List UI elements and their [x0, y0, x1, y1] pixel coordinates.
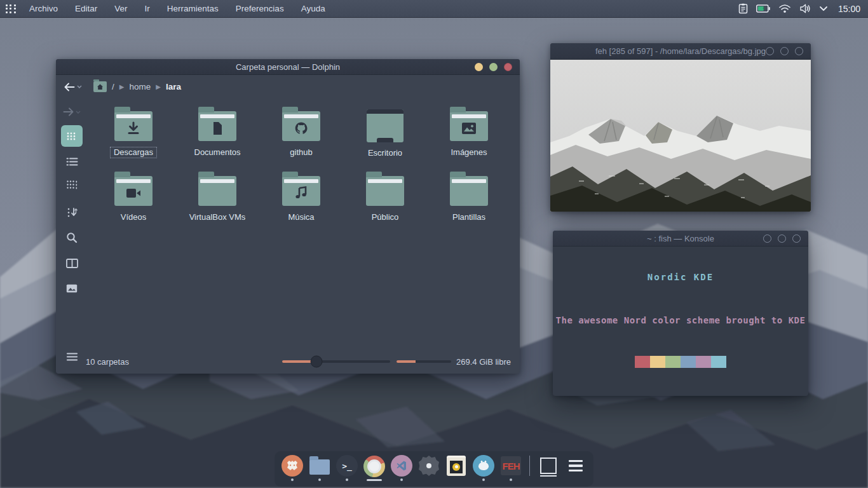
- back-button[interactable]: [64, 83, 82, 92]
- desktop-icon: [367, 109, 403, 142]
- dolphin-titlebar[interactable]: Carpeta personal — Dolphin: [56, 59, 520, 75]
- maximize-button[interactable]: [489, 63, 498, 71]
- breadcrumb-home[interactable]: home: [129, 82, 151, 92]
- running-indicator: [291, 478, 294, 481]
- gear-icon: [419, 456, 439, 476]
- dock-firefox[interactable]: [281, 455, 304, 481]
- folder-item-github[interactable]: github: [259, 104, 343, 158]
- dock-music-player[interactable]: [445, 455, 468, 481]
- search-icon[interactable]: [61, 228, 83, 247]
- chevron-right-icon: ▶: [119, 83, 125, 90]
- folder-item-publico[interactable]: Público: [343, 168, 427, 222]
- close-button[interactable]: [504, 63, 512, 71]
- nord-color-palette: [635, 356, 726, 368]
- global-menubar: Archivo Editar Ver Ir Herramientas Prefe…: [29, 4, 325, 13]
- volume-icon[interactable]: [799, 4, 811, 13]
- dolphin-file-view: Descargas Documentos github Escr: [88, 98, 520, 349]
- folder-item-musica[interactable]: Música: [259, 168, 343, 222]
- terminal-output[interactable]: Nordic KDE The awesome Nord color scheme…: [553, 247, 808, 396]
- folder-label: Descargas: [110, 147, 157, 158]
- breadcrumb-root[interactable]: /: [112, 82, 114, 92]
- folder-label: Música: [288, 212, 314, 222]
- clipboard-icon[interactable]: [738, 3, 748, 14]
- top-panel: Archivo Editar Ver Ir Herramientas Prefe…: [0, 0, 868, 18]
- minimize-button[interactable]: [475, 63, 483, 71]
- dock-settings[interactable]: [417, 455, 440, 481]
- sort-button[interactable]: [61, 203, 83, 222]
- folder-item-videos[interactable]: Vídeos: [92, 168, 175, 222]
- details-view-button[interactable]: [61, 152, 83, 171]
- konsole-titlebar[interactable]: ~ : fish — Konsole: [553, 231, 808, 247]
- grid-icon: [6, 4, 17, 13]
- compact-view-button[interactable]: [61, 175, 83, 194]
- feh-icon: FEH: [501, 456, 521, 475]
- dock-vscode[interactable]: [390, 455, 413, 481]
- dolphin-window-title: Carpeta personal — Dolphin: [56, 62, 520, 72]
- close-button[interactable]: [792, 234, 801, 243]
- video-icon: [126, 187, 141, 199]
- clock[interactable]: 15:00: [838, 4, 860, 14]
- dock-file-manager[interactable]: [308, 455, 331, 481]
- minimize-button[interactable]: [766, 47, 774, 55]
- running-indicator: [318, 478, 321, 481]
- menu-herramientas[interactable]: Herramientas: [167, 4, 219, 13]
- folder-item-descargas[interactable]: Descargas: [92, 104, 175, 158]
- back-dropdown-icon[interactable]: [77, 85, 82, 88]
- hamburger-menu-icon: [569, 460, 583, 472]
- zoom-slider[interactable]: [282, 360, 390, 363]
- maximize-button[interactable]: [778, 234, 786, 243]
- preview-button[interactable]: [61, 279, 83, 298]
- menu-ir[interactable]: Ir: [145, 4, 150, 13]
- chevron-right-icon: ▶: [156, 83, 161, 90]
- folder-item-imagenes[interactable]: Imágenes: [427, 104, 511, 158]
- dock-feh[interactable]: FEH: [499, 455, 522, 481]
- breadcrumb-user[interactable]: lara: [166, 82, 181, 92]
- wifi-icon[interactable]: [778, 4, 791, 13]
- menu-ver[interactable]: Ver: [114, 4, 127, 13]
- dock-terminal[interactable]: >_: [336, 455, 358, 481]
- menu-preferencias[interactable]: Preferencias: [236, 4, 284, 13]
- folder-item-escritorio[interactable]: Escritorio: [343, 104, 427, 158]
- forward-button[interactable]: [61, 102, 83, 121]
- folder-item-documentos[interactable]: Documentos: [175, 104, 259, 158]
- menu-ayuda[interactable]: Ayuda: [301, 4, 325, 13]
- dolphin-toolbar: [56, 98, 88, 374]
- breadcrumb-home-icon[interactable]: [93, 81, 107, 92]
- dolphin-window: Carpeta personal — Dolphin / ▶ home ▶ la…: [56, 59, 520, 374]
- zoom-slider-knob[interactable]: [311, 356, 323, 368]
- github-icon: [294, 121, 309, 136]
- app-launcher-icon[interactable]: [0, 0, 22, 18]
- folder-icon: [309, 459, 330, 475]
- active-indicator: [367, 479, 382, 481]
- folder-item-plantillas[interactable]: Plantillas: [427, 168, 511, 222]
- control-menu-icon[interactable]: [61, 347, 83, 366]
- dock-chromium[interactable]: [363, 456, 386, 481]
- feh-titlebar[interactable]: feh [285 of 597] - /home/lara/Descargas/…: [550, 43, 811, 60]
- folder-label: Plantillas: [452, 212, 485, 222]
- running-indicator: [346, 478, 348, 481]
- minimize-button[interactable]: [763, 234, 771, 243]
- disk-capacity-bar: [397, 360, 451, 363]
- image-icon: [461, 122, 477, 135]
- folder-count: 10 carpetas: [86, 357, 129, 367]
- folder-item-virtualbox-vms[interactable]: VirtualBox VMs: [175, 168, 259, 222]
- download-icon: [126, 121, 140, 135]
- icons-view-button[interactable]: [61, 125, 83, 147]
- maximize-button[interactable]: [780, 47, 789, 55]
- menu-editar[interactable]: Editar: [75, 4, 97, 13]
- chevron-down-icon[interactable]: [819, 6, 828, 11]
- free-space-label: 269.4 GiB libre: [456, 357, 511, 367]
- split-view-button[interactable]: [61, 254, 83, 273]
- dock-show-desktop[interactable]: [537, 455, 560, 481]
- menu-archivo[interactable]: Archivo: [29, 4, 58, 13]
- dock-chat[interactable]: [472, 455, 495, 481]
- terminal-subtitle: The awesome Nord color scheme brought to…: [556, 315, 806, 325]
- folder-label: Vídeos: [121, 212, 146, 222]
- folder-label: github: [290, 147, 312, 157]
- battery-icon[interactable]: [756, 4, 770, 13]
- chat-icon: [473, 455, 494, 477]
- close-button[interactable]: [795, 47, 803, 55]
- terminal-heading: Nordic KDE: [648, 272, 714, 282]
- dock-app-menu[interactable]: [564, 455, 587, 481]
- palette-swatch-purple: [696, 356, 711, 368]
